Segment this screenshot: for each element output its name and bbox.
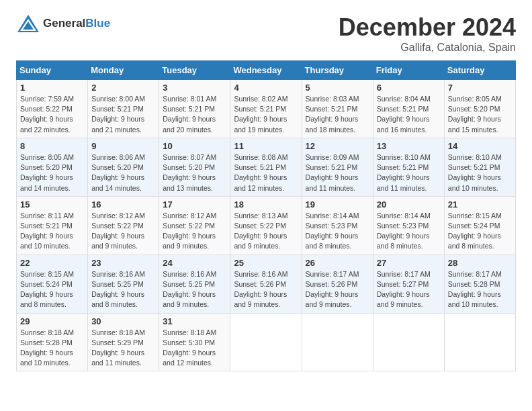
day-detail: Sunrise: 8:10 AMSunset: 5:21 PMDaylight:… <box>377 152 441 193</box>
day-number: 6 <box>377 83 441 93</box>
day-cell: 13Sunrise: 8:10 AMSunset: 5:21 PMDayligh… <box>373 138 444 196</box>
day-cell: 2Sunrise: 8:00 AMSunset: 5:21 PMDaylight… <box>88 80 159 138</box>
day-cell: 7Sunrise: 8:05 AMSunset: 5:20 PMDaylight… <box>444 80 515 138</box>
month-title: December 2024 <box>339 13 516 42</box>
day-number: 2 <box>91 83 155 93</box>
day-cell <box>373 313 444 371</box>
location-subtitle: Gallifa, Catalonia, Spain <box>339 42 516 54</box>
day-cell: 27Sunrise: 8:17 AMSunset: 5:27 PMDayligh… <box>373 255 444 313</box>
day-number: 15 <box>20 199 84 210</box>
day-number: 26 <box>306 258 369 268</box>
calendar-table: SundayMondayTuesdayWednesdayThursdayFrid… <box>16 60 516 371</box>
day-detail: Sunrise: 8:11 AMSunset: 5:21 PMDaylight:… <box>20 211 84 252</box>
day-cell: 25Sunrise: 8:16 AMSunset: 5:26 PMDayligh… <box>230 255 302 313</box>
day-detail: Sunrise: 7:59 AMSunset: 5:22 PMDaylight:… <box>20 94 84 135</box>
day-detail: Sunrise: 8:09 AMSunset: 5:21 PMDaylight:… <box>306 152 369 193</box>
day-detail: Sunrise: 8:12 AMSunset: 5:22 PMDaylight:… <box>91 211 155 252</box>
day-number: 21 <box>448 199 512 210</box>
day-number: 30 <box>91 316 155 326</box>
day-detail: Sunrise: 8:17 AMSunset: 5:28 PMDaylight:… <box>448 269 512 310</box>
day-cell: 30Sunrise: 8:18 AMSunset: 5:29 PMDayligh… <box>88 313 159 371</box>
day-cell <box>230 313 302 371</box>
day-detail: Sunrise: 8:06 AMSunset: 5:20 PMDaylight:… <box>91 152 155 193</box>
day-detail: Sunrise: 8:18 AMSunset: 5:29 PMDaylight:… <box>91 328 155 369</box>
day-detail: Sunrise: 8:10 AMSunset: 5:21 PMDaylight:… <box>448 152 512 193</box>
day-detail: Sunrise: 8:03 AMSunset: 5:21 PMDaylight:… <box>306 94 369 135</box>
logo-general: General <box>43 17 85 30</box>
day-number: 13 <box>377 141 441 151</box>
day-number: 24 <box>163 258 226 268</box>
column-header-friday: Friday <box>373 61 444 80</box>
week-row-3: 15Sunrise: 8:11 AMSunset: 5:21 PMDayligh… <box>17 196 516 255</box>
day-number: 10 <box>163 141 226 151</box>
day-cell: 3Sunrise: 8:01 AMSunset: 5:21 PMDaylight… <box>159 80 230 138</box>
day-number: 29 <box>20 316 84 326</box>
day-number: 22 <box>20 258 84 268</box>
page-header: GeneralBlue December 2024 Gallifa, Catal… <box>16 13 516 54</box>
day-detail: Sunrise: 8:14 AMSunset: 5:23 PMDaylight:… <box>306 211 369 252</box>
day-number: 11 <box>234 141 298 151</box>
day-detail: Sunrise: 8:00 AMSunset: 5:21 PMDaylight:… <box>91 94 155 135</box>
day-cell: 16Sunrise: 8:12 AMSunset: 5:22 PMDayligh… <box>88 196 159 255</box>
day-number: 19 <box>306 199 369 210</box>
day-cell: 15Sunrise: 8:11 AMSunset: 5:21 PMDayligh… <box>17 196 88 255</box>
week-row-4: 22Sunrise: 8:15 AMSunset: 5:24 PMDayligh… <box>17 255 516 313</box>
day-number: 31 <box>163 316 226 326</box>
day-detail: Sunrise: 8:01 AMSunset: 5:21 PMDaylight:… <box>163 94 226 135</box>
day-cell: 17Sunrise: 8:12 AMSunset: 5:22 PMDayligh… <box>159 196 230 255</box>
day-cell: 20Sunrise: 8:14 AMSunset: 5:23 PMDayligh… <box>373 196 444 255</box>
day-number: 23 <box>91 258 155 268</box>
day-detail: Sunrise: 8:08 AMSunset: 5:21 PMDaylight:… <box>234 152 298 193</box>
day-detail: Sunrise: 8:14 AMSunset: 5:23 PMDaylight:… <box>377 211 441 252</box>
calendar-header-row: SundayMondayTuesdayWednesdayThursdayFrid… <box>17 61 516 80</box>
week-row-2: 8Sunrise: 8:05 AMSunset: 5:20 PMDaylight… <box>17 138 516 196</box>
week-row-5: 29Sunrise: 8:18 AMSunset: 5:28 PMDayligh… <box>17 313 516 371</box>
day-detail: Sunrise: 8:05 AMSunset: 5:20 PMDaylight:… <box>20 152 84 193</box>
day-cell: 23Sunrise: 8:16 AMSunset: 5:25 PMDayligh… <box>88 255 159 313</box>
day-cell: 29Sunrise: 8:18 AMSunset: 5:28 PMDayligh… <box>17 313 88 371</box>
title-block: December 2024 Gallifa, Catalonia, Spain <box>339 13 516 54</box>
logo: GeneralBlue <box>16 13 110 34</box>
day-cell: 11Sunrise: 8:08 AMSunset: 5:21 PMDayligh… <box>230 138 302 196</box>
day-detail: Sunrise: 8:13 AMSunset: 5:22 PMDaylight:… <box>234 211 298 252</box>
day-detail: Sunrise: 8:15 AMSunset: 5:24 PMDaylight:… <box>20 269 84 310</box>
day-cell: 19Sunrise: 8:14 AMSunset: 5:23 PMDayligh… <box>302 196 373 255</box>
day-number: 7 <box>448 83 512 93</box>
day-cell: 31Sunrise: 8:18 AMSunset: 5:30 PMDayligh… <box>159 313 230 371</box>
day-number: 8 <box>20 141 84 151</box>
day-cell: 14Sunrise: 8:10 AMSunset: 5:21 PMDayligh… <box>444 138 515 196</box>
day-detail: Sunrise: 8:12 AMSunset: 5:22 PMDaylight:… <box>163 211 226 252</box>
day-detail: Sunrise: 8:16 AMSunset: 5:25 PMDaylight:… <box>163 269 226 310</box>
day-cell: 4Sunrise: 8:02 AMSunset: 5:21 PMDaylight… <box>230 80 302 138</box>
day-detail: Sunrise: 8:16 AMSunset: 5:25 PMDaylight:… <box>91 269 155 310</box>
day-cell: 22Sunrise: 8:15 AMSunset: 5:24 PMDayligh… <box>17 255 88 313</box>
day-number: 1 <box>20 83 84 93</box>
day-detail: Sunrise: 8:02 AMSunset: 5:21 PMDaylight:… <box>234 94 298 135</box>
day-number: 3 <box>163 83 226 93</box>
day-number: 9 <box>91 141 155 151</box>
day-cell: 8Sunrise: 8:05 AMSunset: 5:20 PMDaylight… <box>17 138 88 196</box>
day-detail: Sunrise: 8:15 AMSunset: 5:24 PMDaylight:… <box>448 211 512 252</box>
calendar-body: 1Sunrise: 7:59 AMSunset: 5:22 PMDaylight… <box>17 80 516 371</box>
day-number: 14 <box>448 141 512 151</box>
day-cell: 5Sunrise: 8:03 AMSunset: 5:21 PMDaylight… <box>302 80 373 138</box>
logo-blue: Blue <box>85 17 110 30</box>
day-detail: Sunrise: 8:16 AMSunset: 5:26 PMDaylight:… <box>234 269 298 310</box>
day-cell: 21Sunrise: 8:15 AMSunset: 5:24 PMDayligh… <box>444 196 515 255</box>
day-cell: 12Sunrise: 8:09 AMSunset: 5:21 PMDayligh… <box>302 138 373 196</box>
day-detail: Sunrise: 8:17 AMSunset: 5:27 PMDaylight:… <box>377 269 441 310</box>
day-detail: Sunrise: 8:04 AMSunset: 5:21 PMDaylight:… <box>377 94 441 135</box>
day-number: 25 <box>234 258 298 268</box>
day-detail: Sunrise: 8:17 AMSunset: 5:26 PMDaylight:… <box>306 269 369 310</box>
day-number: 20 <box>377 199 441 210</box>
day-number: 17 <box>163 199 226 210</box>
logo-icon <box>16 13 40 34</box>
day-cell: 6Sunrise: 8:04 AMSunset: 5:21 PMDaylight… <box>373 80 444 138</box>
week-row-1: 1Sunrise: 7:59 AMSunset: 5:22 PMDaylight… <box>17 80 516 138</box>
column-header-tuesday: Tuesday <box>159 61 230 80</box>
day-number: 18 <box>234 199 298 210</box>
day-cell <box>302 313 373 371</box>
day-cell: 24Sunrise: 8:16 AMSunset: 5:25 PMDayligh… <box>159 255 230 313</box>
column-header-saturday: Saturday <box>444 61 515 80</box>
column-header-wednesday: Wednesday <box>230 61 302 80</box>
